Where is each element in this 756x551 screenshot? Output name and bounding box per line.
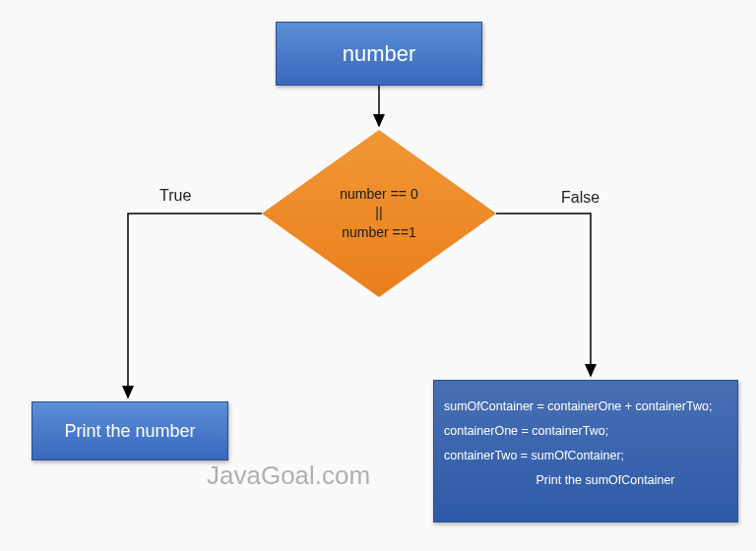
- code-line-1: sumOfContainer = containerOne + containe…: [444, 395, 712, 419]
- true-branch-text: Print the number: [64, 421, 195, 442]
- condition-line2: number ==1: [342, 223, 416, 243]
- decision-text: number == 0 || number ==1: [262, 130, 496, 297]
- code-line-2: containerOne = containerTwo;: [444, 419, 608, 444]
- condition-op: ||: [375, 204, 382, 223]
- input-label: number: [343, 41, 416, 67]
- false-label: False: [561, 189, 599, 207]
- true-label: True: [159, 187, 191, 205]
- input-box: number: [276, 22, 482, 86]
- condition-line1: number == 0: [340, 185, 417, 205]
- watermark: JavaGoal.com: [207, 460, 370, 491]
- code-line-3: containerTwo = sumOfContainer;: [444, 444, 624, 468]
- false-branch-box: sumOfContainer = containerOne + containe…: [433, 380, 738, 522]
- decision-diamond: number == 0 || number ==1: [262, 130, 496, 297]
- true-branch-box: Print the number: [32, 401, 228, 460]
- code-line-4: Print the sumOfContainer: [496, 468, 674, 493]
